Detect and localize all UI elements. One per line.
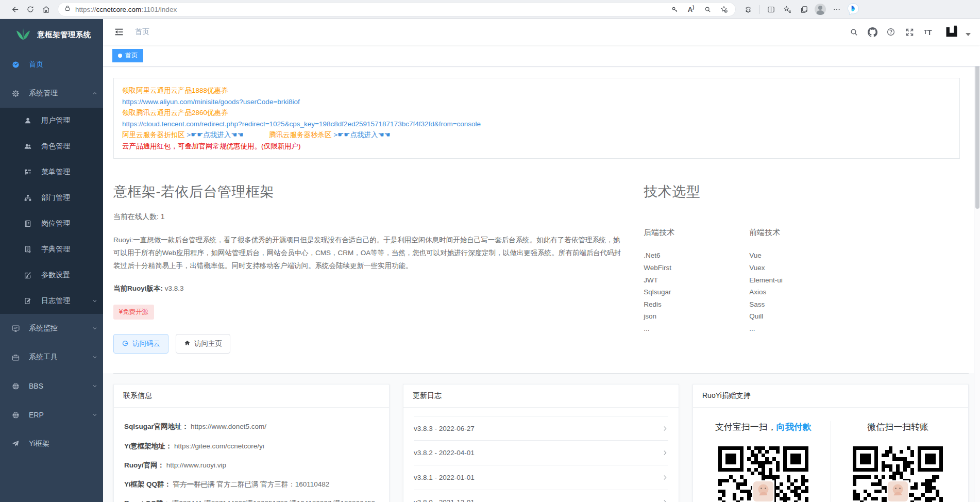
chevron-right-icon <box>662 499 668 502</box>
notice-aliyun-coupon: 领取阿里云通用云产品1888优惠券 <box>122 86 951 96</box>
zoom-out-icon[interactable] <box>700 2 715 17</box>
wechat-qr-code <box>853 446 943 502</box>
avatar-caret-down-icon[interactable] <box>966 33 971 36</box>
sidebar-item-home[interactable]: 首页 <box>0 50 103 79</box>
sidebar-item-dict-mgmt[interactable]: 字典管理 <box>0 237 103 262</box>
github-icon[interactable] <box>865 24 880 40</box>
system-submenu: 用户管理 角色管理 菜单管理 部门管理 <box>0 108 103 314</box>
changelog-list: v3.8.3 - 2022-06-27 v3.8.2 - 2022-04-01 … <box>403 408 679 502</box>
changelog-row[interactable]: v3.8.0 - 2021-12-01 <box>414 490 668 502</box>
address-bar[interactable]: https://ccnetcore.com:1101/index A) <box>58 2 736 16</box>
home-filled-icon <box>184 340 191 348</box>
sidebar-item-menu-mgmt[interactable]: 菜单管理 <box>0 159 103 185</box>
online-count-line: 当前在线人数: 1 <box>113 212 623 222</box>
url-text[interactable]: https://ccnetcore.com:1101/index <box>75 6 667 13</box>
version-line: 当前Ruoyi版本: v3.8.3 <box>113 284 623 293</box>
paper-plane-icon <box>11 440 22 448</box>
password-key-icon[interactable] <box>667 2 682 17</box>
sidebar-collapse-icon[interactable] <box>110 23 128 41</box>
home-icon[interactable] <box>38 2 54 17</box>
sidebar-item-bbs[interactable]: BBS <box>0 372 103 400</box>
intro-description: Ruoyi:一直想做一款后台管理系统，看了很多优秀的开源项目但是发现没有合适自己… <box>113 234 623 273</box>
search-icon[interactable] <box>846 24 861 40</box>
contact-row-yi-qq: Yi框架 QQ群： 官方一群已满 官方二群已满 官方三群：160110482 <box>124 479 379 490</box>
notice-aliyun-link[interactable]: https://www.aliyun.com/minisite/goods?us… <box>122 97 951 107</box>
user-avatar-logo[interactable] <box>944 24 959 40</box>
browser-toolbar: https://ccnetcore.com:1101/index A) <box>0 0 980 19</box>
free-open-source-badge: ¥免费开源 <box>113 305 154 320</box>
sidebar-item-param-settings[interactable]: 参数设置 <box>0 262 103 288</box>
font-size-icon[interactable]: TT <box>920 24 936 40</box>
notice-red-tip: 云产品通用红包，可叠加官网常规优惠使用。(仅限新用户) <box>122 141 951 152</box>
online-count: 1 <box>161 212 165 221</box>
gear-icon <box>11 89 22 98</box>
sidebar-item-log-mgmt[interactable]: 日志管理 <box>0 288 103 314</box>
sidebar-item-system[interactable]: 系统管理 <box>0 79 103 108</box>
monitor-icon <box>11 324 22 333</box>
help-icon[interactable] <box>883 24 899 40</box>
visit-homepage-button[interactable]: 访问主页 <box>176 334 230 354</box>
back-icon[interactable] <box>7 2 23 17</box>
chevron-up-icon <box>92 90 98 96</box>
favorites-hub-icon[interactable] <box>780 2 795 17</box>
extensions-icon[interactable] <box>740 2 755 17</box>
sidebar-item-monitor[interactable]: 系统监控 <box>0 314 103 343</box>
dashboard-icon <box>11 60 22 69</box>
sqlsugar-link[interactable]: https://www.donet5.com/ <box>191 423 266 430</box>
globe-icon <box>11 411 22 420</box>
site-lock-icon[interactable] <box>64 5 71 14</box>
sidebar-item-post-mgmt[interactable]: 岗位管理 <box>0 211 103 237</box>
settings-more-icon[interactable] <box>829 2 844 17</box>
aliyun-enter-link[interactable]: >☛☛点我进入☚☚ <box>187 131 243 139</box>
visit-gitee-button[interactable]: 访问码云 <box>113 334 168 354</box>
changelog-row[interactable]: v3.8.1 - 2022-01-01 <box>414 465 668 490</box>
scrollbar-thumb[interactable] <box>975 49 979 209</box>
sidebar: 意框架管理系统 首页 系统管理 用户管理 <box>0 19 103 502</box>
breadcrumb[interactable]: 首页 <box>135 27 149 37</box>
fullscreen-icon[interactable] <box>902 24 917 40</box>
sidebar-item-tools[interactable]: 系统工具 <box>0 343 103 372</box>
sidebar-item-user-mgmt[interactable]: 用户管理 <box>0 108 103 133</box>
frontend-tech-list: VueVuex Element-uiAxios SassQuill ... <box>749 250 855 334</box>
tab-home[interactable]: 首页 <box>112 49 143 62</box>
profile-avatar[interactable] <box>813 2 828 17</box>
split-screen-icon[interactable] <box>763 2 779 17</box>
notice-tencent-link[interactable]: https://cloud.tencent.com/redirect.php?r… <box>122 119 951 129</box>
chevron-down-icon <box>92 412 98 418</box>
copilot-bing-icon[interactable] <box>846 2 861 17</box>
yi-gitee-link[interactable]: https://gitee.com/ccnetcore/yi <box>174 442 264 450</box>
dashboard-panel: 领取阿里云通用云产品1888优惠券 https://www.aliyun.com… <box>103 66 980 373</box>
sidebar-item-yi-framework[interactable]: Yi框架 <box>0 429 103 458</box>
tech-section: 技术选型 后端技术 .Net6WebFirst JWTSqlsugar Redi… <box>644 170 969 354</box>
id-badge-icon <box>24 220 34 228</box>
version-value: v3.8.3 <box>165 285 184 292</box>
app-title: 意框架管理系统 <box>37 30 91 40</box>
changelog-row[interactable]: v3.8.3 - 2022-06-27 <box>414 416 668 441</box>
sidebar-item-dept-mgmt[interactable]: 部门管理 <box>0 185 103 211</box>
chevron-right-icon <box>662 474 668 481</box>
alipay-caption: 支付宝扫一扫，向我付款 <box>715 421 812 433</box>
active-tab-dot <box>118 54 122 58</box>
changelog-card-title: 更新日志 <box>403 384 679 408</box>
changelog-row[interactable]: v3.8.2 - 2022-04-01 <box>414 441 668 465</box>
refresh-icon[interactable] <box>23 2 38 17</box>
top-navbar: 首页 TT <box>103 19 980 45</box>
contact-card-title: 联系信息 <box>114 384 389 408</box>
backend-subtitle: 后端技术 <box>644 228 749 238</box>
read-aloud-icon[interactable]: A) <box>683 2 699 17</box>
pay-me-link[interactable]: 向我付款 <box>776 422 812 432</box>
sidebar-item-role-mgmt[interactable]: 角色管理 <box>0 133 103 159</box>
contact-row-sqlsugar: Sqlsugar官网地址： https://www.donet5.com/ <box>124 422 379 432</box>
sidebar-item-erp[interactable]: ERP <box>0 400 103 429</box>
app-logo[interactable]: 意框架管理系统 <box>0 19 103 50</box>
notice-server-zones: 阿里云服务器折扣区 >☛☛点我进入☚☚ 腾讯云服务器秒杀区 >☛☛点我进入☚☚ <box>122 130 951 140</box>
collections-icon[interactable] <box>796 2 812 17</box>
toolbar-divider <box>759 5 759 14</box>
tencent-enter-link[interactable]: >☛☛点我进入☚☚ <box>333 131 390 139</box>
tags-view-bar: 首页 <box>103 45 980 66</box>
favorite-star-add-icon[interactable] <box>716 2 732 17</box>
notice-box: 领取阿里云通用云产品1888优惠券 https://www.aliyun.com… <box>113 78 960 159</box>
users-icon <box>24 142 34 150</box>
ruoyi-site-link[interactable]: http://www.ruoyi.vip <box>166 461 226 469</box>
tree-list-icon <box>24 168 34 176</box>
